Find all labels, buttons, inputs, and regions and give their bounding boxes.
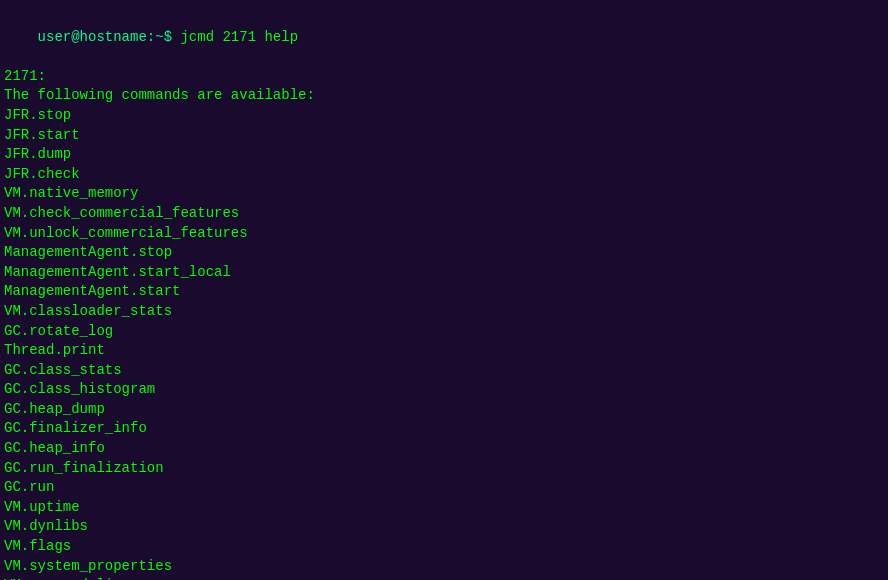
- command-item: ManagementAgent.stop: [4, 243, 884, 263]
- command-item: VM.native_memory: [4, 184, 884, 204]
- command-item: GC.class_histogram: [4, 380, 884, 400]
- command-item: Thread.print: [4, 341, 884, 361]
- command-item: VM.flags: [4, 537, 884, 557]
- command-item: JFR.dump: [4, 145, 884, 165]
- username-host: user@hostname:~$: [38, 29, 172, 45]
- command-item: VM.classloader_stats: [4, 302, 884, 322]
- pid-line: 2171:: [4, 67, 884, 87]
- command-item: JFR.stop: [4, 106, 884, 126]
- command-item: VM.dynlibs: [4, 517, 884, 537]
- command-item: JFR.start: [4, 126, 884, 146]
- command-item: GC.heap_info: [4, 439, 884, 459]
- command-item: GC.heap_dump: [4, 400, 884, 420]
- command-item: GC.rotate_log: [4, 322, 884, 342]
- header-line: The following commands are available:: [4, 86, 884, 106]
- prompt-line: user@hostname:~$ jcmd 2171 help: [4, 8, 884, 67]
- terminal-window: user@hostname:~$ jcmd 2171 help 2171: Th…: [0, 0, 888, 580]
- command-input: jcmd 2171 help: [172, 29, 298, 45]
- command-item: ManagementAgent.start: [4, 282, 884, 302]
- command-item: GC.run_finalization: [4, 459, 884, 479]
- command-item: VM.uptime: [4, 498, 884, 518]
- command-item: GC.finalizer_info: [4, 419, 884, 439]
- command-item: JFR.check: [4, 165, 884, 185]
- command-item: VM.command_line: [4, 576, 884, 580]
- command-item: GC.run: [4, 478, 884, 498]
- command-item: ManagementAgent.start_local: [4, 263, 884, 283]
- command-item: VM.check_commercial_features: [4, 204, 884, 224]
- command-item: VM.system_properties: [4, 557, 884, 577]
- command-item: GC.class_stats: [4, 361, 884, 381]
- commands-list: JFR.stopJFR.startJFR.dumpJFR.checkVM.nat…: [4, 106, 884, 580]
- command-item: VM.unlock_commercial_features: [4, 224, 884, 244]
